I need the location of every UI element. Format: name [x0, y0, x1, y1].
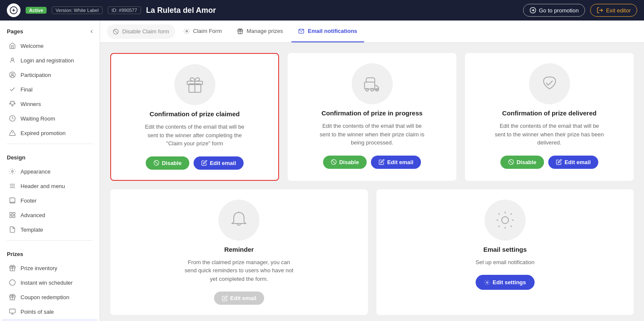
prize-claimed-actions: Disable Edit email [146, 156, 244, 170]
sidebar: Pages ‹ Welcome Login and registration P… [0, 21, 100, 321]
svg-line-50 [509, 160, 513, 164]
card-prize-delivered: Confirmation of prize delivered Edit the… [465, 53, 634, 181]
pos-icon [9, 308, 16, 315]
reminder-edit-button[interactable]: Edit email [214, 292, 264, 305]
main-content: Disable Claim form Claim Form Manage pri… [100, 21, 644, 321]
svg-point-23 [9, 280, 15, 285]
svg-rect-19 [10, 215, 12, 218]
prize-claimed-disable-button[interactable]: Disable [146, 156, 189, 170]
cards-row-2: Reminder From the claimed prize manager,… [110, 189, 634, 315]
prize-progress-disable-button[interactable]: Disable [323, 156, 367, 169]
prize-delivered-desc: Edit the contents of the email that will… [494, 122, 605, 147]
card-reminder: Reminder From the claimed prize manager,… [110, 189, 368, 315]
sidebar-item-participation[interactable]: Participation [2, 68, 98, 82]
circle-icon [9, 279, 16, 286]
gift-icon [9, 264, 16, 272]
tab-email-notifications[interactable]: Email notifications [291, 21, 364, 42]
sidebar-item-login[interactable]: Login and registration [2, 53, 98, 68]
footer-icon [9, 197, 16, 204]
participation-icon [9, 71, 16, 79]
app-logo [7, 3, 21, 17]
sidebar-item-coupon[interactable]: Coupon redemption [2, 290, 98, 304]
pages-section-header: Pages ‹ [0, 21, 100, 38]
svg-point-3 [11, 58, 13, 60]
check-icon [9, 85, 16, 93]
sidebar-item-prize-inventory[interactable]: Prize inventory [2, 261, 98, 275]
prize-delivered-actions: Disable Edit email [500, 156, 599, 169]
content-area: Confirmation of prize claimed Edit the c… [100, 43, 644, 321]
coupon-icon [9, 293, 16, 301]
svg-line-42 [155, 161, 158, 165]
svg-point-53 [486, 282, 488, 283]
goto-promotion-button[interactable]: Go to promotion [523, 4, 585, 17]
advanced-icon [9, 211, 16, 219]
sidebar-item-template[interactable]: Template [2, 222, 98, 237]
sidebar-item-welcome[interactable]: Welcome [2, 38, 98, 53]
home-icon [9, 42, 16, 50]
prize-delivered-edit-button[interactable]: Edit email [548, 156, 598, 169]
id-badge: ID: #990577 [108, 6, 141, 14]
reminder-actions: Edit email [214, 292, 264, 305]
svg-rect-17 [10, 212, 12, 215]
card-prize-in-progress: Confirmation of prize in progress Edit t… [288, 53, 456, 181]
reminder-icon-circle [218, 200, 259, 241]
prize-claimed-title: Confirmation of prize claimed [150, 110, 240, 118]
prizes-section-header: Prizes [0, 244, 100, 261]
card-email-settings: Email settings Set up email notification… [376, 189, 634, 315]
email-settings-title: Email settings [483, 246, 527, 253]
prize-claimed-edit-button[interactable]: Edit email [194, 156, 244, 170]
appearance-icon [9, 168, 16, 175]
sidebar-item-winners[interactable]: Winners [2, 97, 98, 111]
card-prize-claimed: Confirmation of prize claimed Edit the c… [110, 53, 279, 181]
page-title: La Ruleta del Amor [146, 6, 518, 15]
user-icon [9, 56, 16, 64]
sidebar-item-pos[interactable]: Points of sale [2, 304, 98, 319]
sidebar-item-final[interactable]: Final [2, 82, 98, 97]
sidebar-item-appearance[interactable]: Appearance [2, 164, 98, 179]
tab-manage-prizes[interactable]: Manage prizes [230, 21, 290, 42]
email-settings-icon-circle [485, 200, 526, 241]
svg-point-5 [12, 74, 13, 75]
version-badge: Version: White Label [52, 6, 103, 14]
clock-icon [9, 115, 16, 122]
menu-icon [9, 182, 16, 190]
design-section-header: Design [0, 147, 100, 164]
tab-claim-form[interactable]: Claim Form [177, 21, 229, 42]
topbar: Active Version: White Label ID: #990577 … [0, 0, 644, 21]
svg-rect-18 [13, 212, 15, 215]
sidebar-item-instant-win[interactable]: Instant win scheduler [2, 275, 98, 290]
sidebar-item-expired[interactable]: Expired promotion [2, 126, 98, 140]
cards-row-1: Confirmation of prize claimed Edit the c… [110, 53, 634, 181]
email-settings-desc: Set up email notification [476, 258, 535, 267]
prize-progress-icon-circle [352, 63, 393, 104]
tab-disable-claim-form[interactable]: Disable Claim form [107, 24, 175, 39]
sidebar-item-footer[interactable]: Footer [2, 193, 98, 208]
svg-line-48 [332, 160, 335, 164]
tab-bar: Disable Claim form Claim Form Manage pri… [100, 21, 644, 43]
prize-claimed-icon-circle [174, 64, 215, 105]
svg-point-52 [502, 217, 509, 224]
svg-point-11 [12, 171, 13, 172]
prize-claimed-desc: Edit the contents of the email that will… [139, 123, 250, 148]
edit-settings-button[interactable]: Edit settings [476, 275, 535, 290]
svg-rect-24 [9, 309, 15, 313]
prize-progress-edit-button[interactable]: Edit email [371, 156, 421, 169]
active-badge: Active [26, 7, 47, 14]
reminder-title: Reminder [224, 246, 254, 253]
sidebar-item-waiting-room[interactable]: Waiting Room [2, 111, 98, 126]
sidebar-item-header-menu[interactable]: Header and menu [2, 179, 98, 193]
svg-rect-43 [365, 82, 375, 89]
prize-delivered-disable-button[interactable]: Disable [500, 156, 544, 169]
sidebar-item-advanced[interactable]: Advanced [2, 208, 98, 222]
trophy-icon [9, 100, 16, 108]
svg-line-33 [114, 29, 118, 33]
sidebar-collapse-button[interactable]: ‹ [91, 27, 93, 35]
svg-rect-20 [13, 215, 15, 218]
prize-progress-desc: Edit the contents of the email that will… [317, 122, 428, 147]
svg-point-45 [371, 88, 373, 91]
sidebar-item-claim-form[interactable]: Claim form [2, 319, 98, 321]
exit-editor-button[interactable]: Exit editor [590, 4, 637, 17]
prize-delivered-icon-circle [529, 63, 570, 104]
alert-icon [9, 129, 16, 137]
reminder-desc: From the claimed prize manager, you can … [183, 258, 294, 283]
